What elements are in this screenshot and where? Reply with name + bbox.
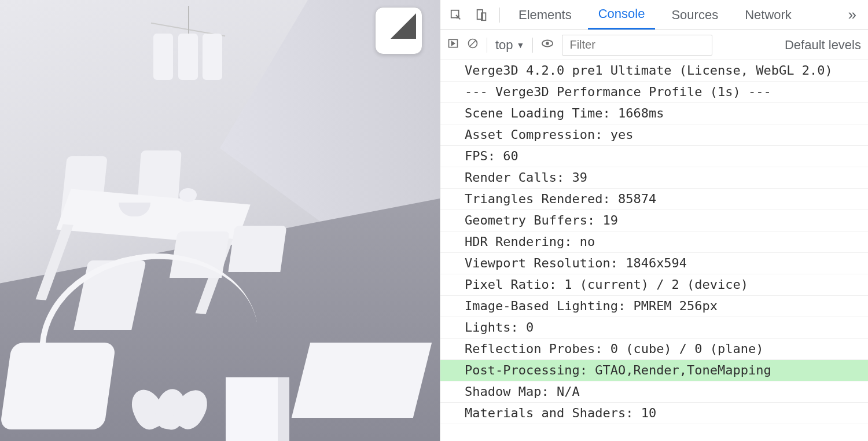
devtools-tabs: Elements Console Sources Network » <box>440 0 868 30</box>
console-row: Image-Based Lighting: PMREM 256px <box>440 296 868 317</box>
plant <box>133 389 203 441</box>
tab-elements[interactable]: Elements <box>508 0 582 30</box>
console-toolbar: top ▼ Default levels <box>440 30 868 60</box>
console-row: Scene Loading Time: 1668ms <box>440 103 868 124</box>
console-row: Triangles Rendered: 85874 <box>440 189 868 210</box>
tab-sources[interactable]: Sources <box>661 0 729 30</box>
console-row: Viewport Resolution: 1846x594 <box>440 253 868 274</box>
side-table <box>226 377 289 441</box>
toggle-sidebar-icon[interactable] <box>447 38 459 53</box>
devtools-panel: Elements Console Sources Network » top ▼… <box>440 0 868 441</box>
svg-point-7 <box>546 42 550 45</box>
context-selector[interactable]: top ▼ <box>495 38 524 53</box>
log-levels-selector[interactable]: Default levels <box>785 38 861 53</box>
console-row: Verge3D 4.2.0 pre1 Ultimate (License, We… <box>440 60 868 82</box>
console-log[interactable]: Verge3D 4.2.0 pre1 Ultimate (License, We… <box>440 60 868 441</box>
sofa <box>292 343 432 418</box>
separator <box>532 38 533 53</box>
console-row: HDR Rendering: no <box>440 231 868 253</box>
webgl-viewport[interactable] <box>0 0 440 441</box>
console-row: Lights: 0 <box>440 317 868 339</box>
armchair <box>0 343 116 429</box>
context-label: top <box>495 38 513 53</box>
tab-network[interactable]: Network <box>734 0 802 30</box>
live-expression-icon[interactable] <box>541 37 554 53</box>
fold-corner-icon <box>391 13 416 39</box>
console-row: FPS: 60 <box>440 146 868 167</box>
console-row: Render Calls: 39 <box>440 167 868 189</box>
console-row: Post-Processing: GTAO,Render,ToneMapping <box>440 360 868 381</box>
more-tabs-icon[interactable]: » <box>843 6 862 24</box>
console-row: Pixel Ratio: 1 (current) / 2 (device) <box>440 274 868 296</box>
console-row: Geometry Buffers: 19 <box>440 210 868 231</box>
console-row: Asset Compression: yes <box>440 124 868 146</box>
inspect-icon[interactable] <box>446 5 466 25</box>
chair <box>228 226 286 272</box>
pendant-lamp <box>145 6 231 93</box>
console-row: Shadow Map: N/A <box>440 381 868 403</box>
console-row: Materials and Shaders: 10 <box>440 403 868 424</box>
separator <box>487 38 487 53</box>
tab-console[interactable]: Console <box>588 0 656 30</box>
device-toggle-icon[interactable] <box>472 5 491 25</box>
clear-console-icon[interactable] <box>467 38 479 53</box>
teapot <box>179 188 197 202</box>
separator <box>499 8 500 23</box>
svg-marker-0 <box>391 13 416 39</box>
console-row: Reflection Probes: 0 (cube) / 0 (plane) <box>440 339 868 360</box>
console-row: --- Verge3D Performance Profile (1s) --- <box>440 82 868 103</box>
filter-input[interactable] <box>562 35 712 56</box>
caret-down-icon: ▼ <box>517 41 525 50</box>
fullscreen-fold-button[interactable] <box>375 7 422 54</box>
